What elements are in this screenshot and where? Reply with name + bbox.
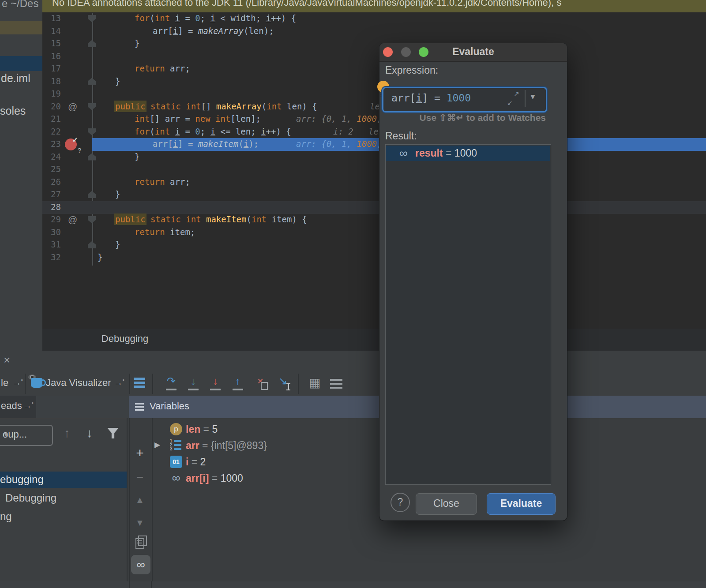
parameter-type-icon: p <box>170 423 182 435</box>
annotation-icon[interactable]: @ <box>68 214 77 225</box>
int-type-icon: 01 <box>170 456 182 468</box>
code-line-26[interactable]: 26return arr; <box>42 176 706 189</box>
variables-title: Variables <box>150 401 189 412</box>
line-number: 24 <box>42 152 61 161</box>
run-to-cursor-icon[interactable]: ↘ <box>275 375 291 390</box>
move-watch-down-button[interactable]: ▼ <box>130 518 150 528</box>
group-dropdown[interactable]: oup... ▼ <box>0 425 53 446</box>
hide-tab-icon[interactable]: →▪ <box>12 377 23 388</box>
thread-row[interactable]: ng <box>0 509 127 525</box>
expand-arrow-icon[interactable]: ▶ <box>154 440 160 449</box>
step-over-icon[interactable]: ↷ <box>163 375 179 390</box>
chevron-down-icon: ▼ <box>3 431 48 438</box>
tabs-filler <box>36 396 129 418</box>
code-text: for(int i = 0; i <= len; i++) { <box>135 127 291 136</box>
tab-console-partial[interactable]: le <box>1 377 8 389</box>
code-line-27[interactable]: 27} <box>42 188 706 201</box>
expand-editor-icon[interactable]: ↗↙ <box>507 90 519 107</box>
fold-end-icon[interactable] <box>88 78 96 85</box>
evaluate-button[interactable]: Evaluate <box>487 493 556 515</box>
code-line-13[interactable]: 13for(int i = 0; i < width; i++) { <box>42 12 706 25</box>
tab-java-visualizer[interactable]: Java Visualizer <box>46 377 111 389</box>
dialog-titlebar[interactable]: Evaluate <box>379 43 567 62</box>
notification-banner[interactable]: No IDEA annotations attached to the JDK … <box>42 0 706 12</box>
code-line-32[interactable]: 32} <box>42 251 706 264</box>
line-number: 21 <box>42 114 61 124</box>
code-line-19[interactable]: 19 <box>42 88 706 101</box>
history-dropdown-icon[interactable]: ▼ <box>529 93 537 101</box>
strip-divider <box>151 581 152 588</box>
result-panel[interactable]: ∞ result = 1000 <box>385 144 551 485</box>
evaluate-expression-icon[interactable]: ▦ <box>309 375 320 390</box>
threads-frames-panel: oup... ▼ ↑ ↓ ebuggingDebuggingng <box>0 418 127 581</box>
project-row-selected[interactable] <box>0 56 42 71</box>
code-line-29[interactable]: 29@public static int makeItem(int item) … <box>42 213 706 226</box>
debug-session-band: Debugging <box>42 329 706 351</box>
panel-divider[interactable] <box>127 418 128 581</box>
show-watches-toggle[interactable]: ∞ <box>131 555 150 574</box>
line-number: 18 <box>42 76 61 86</box>
move-up-icon[interactable]: ↑ <box>64 426 70 440</box>
code-line-31[interactable]: 31} <box>42 239 706 251</box>
code-line-18[interactable]: 18} <box>42 75 706 88</box>
variable-text: i = 2 <box>186 456 206 468</box>
fold-start-icon[interactable] <box>88 15 96 22</box>
code-line-17[interactable]: 17return arr; <box>42 63 706 75</box>
code-line-25[interactable]: 25 <box>42 163 706 176</box>
duplicate-watch-icon[interactable] <box>135 538 144 549</box>
breakpoint-icon[interactable] <box>65 139 77 150</box>
help-button[interactable]: ? <box>391 493 410 512</box>
hide-tab-icon[interactable]: →▪ <box>23 400 34 411</box>
variables-menu-icon[interactable] <box>135 401 144 412</box>
code-line-24[interactable]: 24} <box>42 151 706 164</box>
force-step-into-icon[interactable]: ↓ <box>207 375 223 390</box>
thread-row[interactable]: ebugging <box>0 472 127 488</box>
drop-frame-icon[interactable]: × <box>252 375 268 390</box>
fold-end-icon[interactable] <box>88 191 96 198</box>
expression-input[interactable]: arr[i] = 1000 ↗↙ ▼ <box>382 87 547 112</box>
variable-text: arr[i] = 1000 <box>186 472 243 484</box>
move-down-icon[interactable]: ↓ <box>86 426 93 440</box>
code-line-22[interactable]: 22for(int i = 0; i <= len; i++) {i: 2 le… <box>42 126 706 139</box>
fold-start-icon[interactable] <box>88 216 96 223</box>
code-line-16[interactable]: 16 <box>42 50 706 63</box>
fold-start-icon[interactable] <box>88 128 96 135</box>
tab-threads-bg[interactable]: eads →▪ <box>0 396 36 418</box>
result-text: result = 1000 <box>415 147 477 159</box>
code-line-14[interactable]: 14arr[i] = makeArray(len); <box>42 25 706 38</box>
close-icon[interactable]: × <box>4 353 10 367</box>
project-item-iml[interactable]: de.iml <box>1 72 30 85</box>
fold-end-icon[interactable] <box>88 241 96 248</box>
code-editor[interactable]: 13for(int i = 0; i < width; i++) {14arr[… <box>42 12 706 329</box>
hide-tab-icon[interactable]: →▪ <box>114 377 124 388</box>
step-into-icon[interactable]: ↓ <box>185 375 201 390</box>
code-line-23[interactable]: 23arr[i] = makeItem(i);arr: {0, 1, 1000,… <box>42 138 706 151</box>
project-row-highlight[interactable] <box>0 21 42 34</box>
fold-end-icon[interactable] <box>88 154 96 161</box>
code-line-28[interactable]: 28 <box>42 201 706 214</box>
remove-watch-button[interactable]: − <box>130 470 150 484</box>
project-item-consoles[interactable]: soles <box>0 105 26 117</box>
add-watch-button[interactable]: + <box>130 446 150 461</box>
move-watch-up-button[interactable]: ▲ <box>130 495 150 505</box>
code-line-15[interactable]: 15} <box>42 37 706 50</box>
line-number: 19 <box>42 89 61 98</box>
filter-icon[interactable] <box>107 428 119 438</box>
code-text: for(int i = 0; i < width; i++) { <box>135 13 296 23</box>
thread-row[interactable]: Debugging <box>0 490 127 506</box>
visualizer-menu-icon[interactable] <box>134 376 145 390</box>
code-line-21[interactable]: 21int[] arr = new int[len];arr: {0, 1, 1… <box>42 113 706 126</box>
fold-end-icon[interactable] <box>88 40 96 47</box>
close-button[interactable]: Close <box>416 493 477 515</box>
layout-settings-icon[interactable] <box>330 379 342 389</box>
step-out-icon[interactable]: ↑ <box>230 375 246 390</box>
tab-threads-partial[interactable]: eads <box>1 400 22 412</box>
annotation-icon[interactable]: @ <box>68 101 77 112</box>
glasses-icon: ∞ <box>399 146 408 160</box>
result-row[interactable]: ∞ result = 1000 <box>386 146 550 161</box>
fold-start-icon[interactable] <box>88 103 96 110</box>
code-line-20[interactable]: 20@public static int[] makeArray(int len… <box>42 101 706 113</box>
code-line-30[interactable]: 30return item; <box>42 226 706 239</box>
code-text: } <box>115 76 120 86</box>
watches-toolbar: + − ▲ ▼ ∞ <box>129 418 153 581</box>
